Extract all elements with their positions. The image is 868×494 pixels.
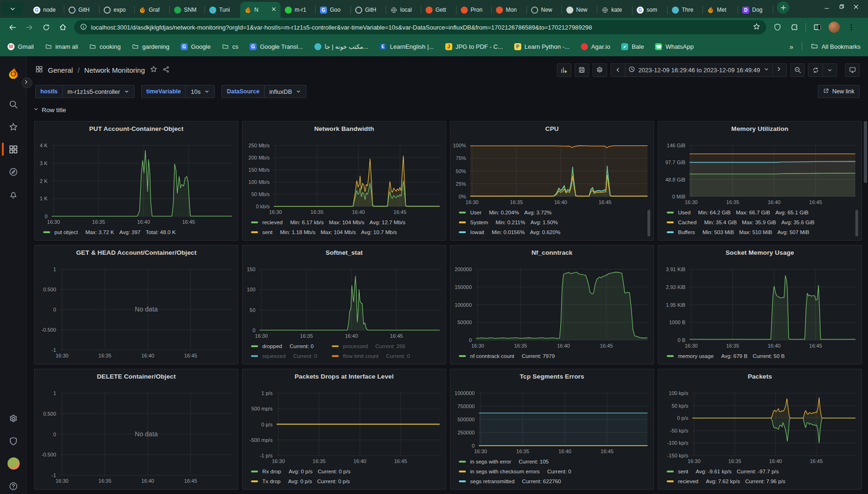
legend-item[interactable]: squeezedCurrent: 0 [251, 351, 332, 361]
legend-item[interactable]: memory usageAvg: 679 BCurrent: 50 B [667, 351, 790, 361]
bookmark-item[interactable]: ELearnEnglish |... [380, 43, 434, 50]
browser-tab[interactable]: kate [597, 2, 632, 18]
dashboard-row-toggle[interactable]: Row title [33, 106, 66, 114]
legend-item[interactable]: processedCurrent: 266 [332, 341, 415, 351]
profile-avatar[interactable] [827, 20, 842, 35]
home-button[interactable] [55, 20, 70, 35]
browser-tab[interactable]: Thre [668, 2, 703, 18]
bookmark-item[interactable]: ✓Bale [621, 43, 644, 50]
minimize-button[interactable] [823, 3, 830, 12]
legend-item[interactable]: nf conntrack countCurrent: 7979 [459, 351, 560, 361]
browser-tab[interactable]: ♥Tuni [205, 2, 240, 18]
legend-item[interactable]: recievedMin: 6.17 kb/sMax: 104 Mb/sAvg: … [251, 217, 411, 227]
kiosk-mode-button[interactable] [845, 63, 860, 77]
back-button[interactable] [5, 20, 20, 35]
sidebar-help-icon[interactable] [0, 477, 27, 494]
legend-item[interactable]: Rx dropAvg: 0 p/sCurrent: 0 p/s [251, 466, 356, 476]
bookmark-item[interactable]: gardening [132, 43, 169, 50]
address-bar[interactable]: localhost:3001/d/asdkjklgfdjas/network-m… [74, 20, 766, 34]
adblock-icon[interactable] [770, 20, 785, 35]
legend-item[interactable]: BuffersMin: 503 MiBMax: 510 MiBAvg: 507 … [667, 227, 820, 237]
save-dashboard-button[interactable] [575, 63, 589, 77]
bookmark-item[interactable]: مکتب خونه | جا... [314, 43, 368, 50]
panel-title[interactable]: CPU [450, 122, 654, 136]
browser-menu-icon[interactable] [844, 20, 859, 35]
refresh-button[interactable] [808, 63, 822, 77]
variable-value-dropdown[interactable]: 10s [185, 85, 215, 98]
legend-item[interactable]: droppedCurrent: 0 [251, 341, 332, 351]
legend-item[interactable]: flow limit countCurrent: 0 [332, 351, 415, 361]
legend-item[interactable]: SystemMin: 0.211%Avg: 1.50% [459, 217, 565, 227]
legend-item[interactable]: sentMin: 1.18 Mb/sMax: 104 Mb/sAvg: 10.7… [251, 227, 411, 237]
browser-tab[interactable]: New [562, 2, 597, 18]
legend-item[interactable]: UserMin: 0.204%Avg: 3.72% [459, 207, 565, 217]
bookmark-item[interactable]: GGoogle [181, 43, 211, 50]
legend-item[interactable]: in segs with errorCurrent: 105 [459, 456, 576, 466]
legend-item[interactable]: recievedAvg: 7.62 kp/sCurrent: 7.96 p/s [667, 476, 791, 486]
tab-close-icon[interactable] [271, 6, 277, 14]
new-tab-button[interactable] [777, 1, 789, 14]
maximize-button[interactable] [838, 3, 845, 12]
side-panel-icon[interactable] [810, 20, 825, 35]
bookmark-item[interactable]: cs [222, 43, 238, 50]
site-info-icon[interactable] [80, 23, 87, 32]
all-bookmarks-button[interactable]: All Bookmarks [811, 42, 860, 51]
sidebar-admin-icon[interactable] [0, 432, 27, 450]
breadcrumb-section[interactable]: General [48, 66, 73, 74]
legend-scrollbar[interactable] [855, 210, 858, 236]
dashboard-settings-button[interactable] [593, 63, 607, 77]
panel-title[interactable]: DELETE Container/Object [35, 369, 238, 383]
sidebar-configuration-icon[interactable] [0, 409, 27, 428]
variable-value-dropdown[interactable]: influxDB [264, 85, 306, 98]
reload-button[interactable] [38, 20, 53, 35]
page-scrollbar[interactable] [864, 121, 867, 183]
browser-tab[interactable]: New [527, 2, 562, 18]
browser-tab[interactable]: local [386, 2, 421, 18]
legend-item[interactable]: segs retransmittedCurrent: 622760 [459, 476, 576, 486]
legend-item[interactable]: sentAvg: -9.61 kp/sCurrent: -97.7 p/s [667, 466, 791, 476]
bookmark-item[interactable]: ☎WhatsApp [655, 43, 693, 50]
legend-item[interactable]: put objectMax: 3.72 KAvg: 397Total: 48.0… [43, 227, 181, 237]
legend-scrollbar[interactable] [647, 210, 650, 236]
legend-item[interactable]: IowaitMin: 0.0156%Avg: 0.620% [459, 227, 565, 237]
variable-value-dropdown[interactable]: m-r1z1s5-controller [62, 85, 135, 98]
legend-item[interactable]: CachedMin: 35.4 GiBMax: 35.9 GiBAvg: 35.… [667, 217, 820, 227]
extensions-icon[interactable] [787, 20, 802, 35]
panel-title[interactable]: Nf_conntrack [450, 245, 654, 259]
bookmark-item[interactable]: MGmail [8, 43, 34, 50]
legend-item[interactable]: in segs with checksum errorsCurrent: 0 [459, 466, 576, 476]
add-panel-button[interactable] [557, 63, 571, 77]
refresh-interval-dropdown[interactable] [822, 63, 837, 77]
browser-tab[interactable]: N [240, 2, 281, 18]
panel-title[interactable]: Socket Memory Usage [658, 245, 861, 259]
panel-title[interactable]: PUT Account-Container-Object [35, 122, 238, 136]
sidebar-explore-icon[interactable] [0, 162, 27, 181]
browser-tab[interactable]: GGoo [316, 2, 351, 18]
browser-tab[interactable]: GitH [64, 2, 99, 18]
panel-title[interactable]: GET & HEAD Account/Container/Object [35, 245, 238, 259]
bookmark-item[interactable]: JJPG to PDF - C... [445, 43, 503, 50]
browser-tab[interactable]: Mon [492, 2, 527, 18]
apps-icon[interactable] [35, 65, 43, 75]
sidebar-expand-button[interactable] [22, 77, 32, 88]
bookmark-item[interactable]: imam ali [45, 43, 78, 50]
forward-button[interactable] [22, 20, 37, 35]
browser-tab[interactable]: Gett [421, 2, 457, 18]
share-icon[interactable] [162, 66, 170, 75]
browser-tab[interactable]: SNM [170, 2, 205, 18]
favorite-star-icon[interactable] [150, 65, 158, 75]
browser-tab[interactable]: GitH [351, 2, 386, 18]
browser-tab[interactable]: Met [703, 2, 738, 18]
bookmark-item[interactable]: Agar.io [581, 43, 610, 50]
browser-tab[interactable]: expo [99, 2, 135, 18]
sidebar-avatar[interactable] [0, 454, 27, 473]
panel-title[interactable]: Network Bandwidth [243, 122, 446, 136]
new-link-button[interactable]: New link [818, 85, 860, 98]
time-range-picker[interactable]: 2023-12-09 16:29:46 to 2023-12-09 16:49:… [625, 63, 773, 77]
panel-title[interactable]: Softnet_stat [243, 245, 446, 259]
panel-title[interactable]: Memory Utilization [658, 122, 861, 136]
panel-title[interactable]: Tcp Segments Errors [450, 369, 654, 383]
bookmark-item[interactable]: cooking [89, 43, 121, 50]
browser-tab[interactable]: Gnode [29, 2, 64, 18]
bookmark-star-icon[interactable] [753, 23, 761, 32]
